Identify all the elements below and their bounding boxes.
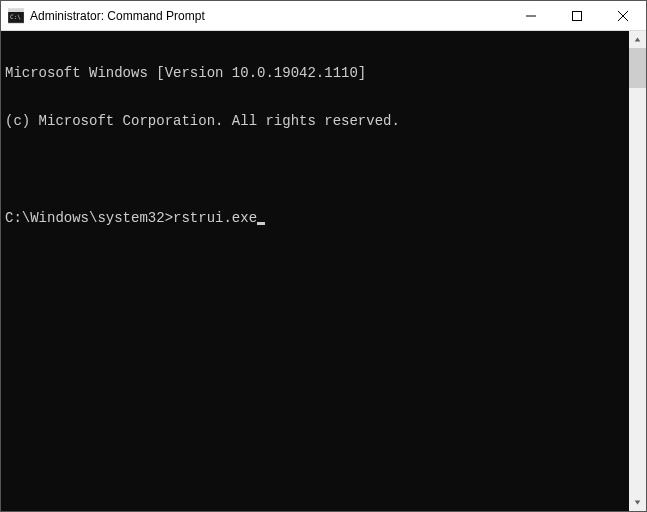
prompt-text: C:\Windows\system32>	[5, 210, 173, 226]
window-controls	[508, 1, 646, 30]
vertical-scrollbar[interactable]	[629, 31, 646, 511]
window-title: Administrator: Command Prompt	[30, 9, 508, 23]
terminal[interactable]: Microsoft Windows [Version 10.0.19042.11…	[1, 31, 629, 511]
scroll-thumb[interactable]	[629, 48, 646, 88]
terminal-line-blank	[5, 162, 629, 178]
scroll-down-arrow-icon[interactable]	[629, 494, 646, 511]
command-input[interactable]: rstrui.exe	[173, 210, 257, 226]
cmd-icon: C:\	[8, 8, 24, 24]
maximize-button[interactable]	[554, 1, 600, 30]
terminal-line-copyright: (c) Microsoft Corporation. All rights re…	[5, 113, 629, 129]
svg-text:C:\: C:\	[10, 13, 21, 20]
titlebar[interactable]: C:\ Administrator: Command Prompt	[1, 1, 646, 31]
scroll-up-arrow-icon[interactable]	[629, 31, 646, 48]
scroll-track[interactable]	[629, 48, 646, 494]
cursor	[257, 222, 265, 225]
command-prompt-window: C:\ Administrator: Command Prompt Micros…	[0, 0, 647, 512]
svg-marker-8	[635, 500, 641, 504]
terminal-prompt-line: C:\Windows\system32>rstrui.exe	[5, 210, 629, 226]
content-area: Microsoft Windows [Version 10.0.19042.11…	[1, 31, 646, 511]
close-button[interactable]	[600, 1, 646, 30]
svg-rect-4	[573, 11, 582, 20]
svg-marker-7	[635, 37, 641, 41]
minimize-button[interactable]	[508, 1, 554, 30]
terminal-line-version: Microsoft Windows [Version 10.0.19042.11…	[5, 65, 629, 81]
svg-rect-1	[8, 9, 24, 12]
